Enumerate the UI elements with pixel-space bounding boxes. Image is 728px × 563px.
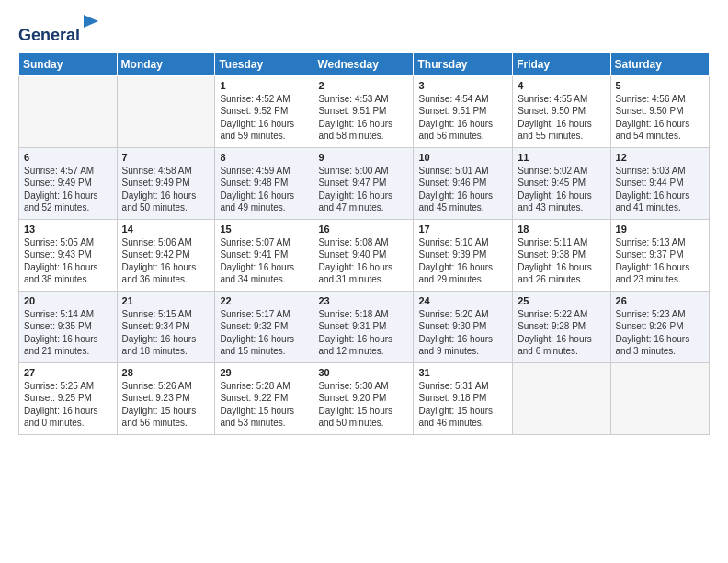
day-info: Sunrise: 5:03 AM Sunset: 9:44 PM Dayligh… [616,165,704,214]
day-info: Sunrise: 5:11 AM Sunset: 9:38 PM Dayligh… [518,236,605,286]
calendar-cell: 18Sunrise: 5:11 AM Sunset: 9:38 PM Dayli… [513,219,610,291]
day-info: Sunrise: 5:22 AM Sunset: 9:28 PM Dayligh… [518,308,605,358]
day-info: Sunrise: 5:28 AM Sunset: 9:22 PM Dayligh… [220,380,308,430]
calendar-cell: 1Sunrise: 4:52 AM Sunset: 9:52 PM Daylig… [215,75,313,147]
header: General [18,15,710,43]
calendar-cell: 2Sunrise: 4:53 AM Sunset: 9:51 PM Daylig… [313,75,414,147]
calendar-cell: 25Sunrise: 5:22 AM Sunset: 9:28 PM Dayli… [513,291,610,362]
calendar-cell: 6Sunrise: 4:57 AM Sunset: 9:49 PM Daylig… [19,147,118,219]
calendar-cell: 13Sunrise: 5:05 AM Sunset: 9:43 PM Dayli… [19,219,118,291]
day-info: Sunrise: 5:06 AM Sunset: 9:42 PM Dayligh… [122,236,210,286]
calendar-cell: 31Sunrise: 5:31 AM Sunset: 9:18 PM Dayli… [414,362,513,434]
day-info: Sunrise: 5:14 AM Sunset: 9:35 PM Dayligh… [24,308,112,358]
calendar-cell: 7Sunrise: 4:58 AM Sunset: 9:49 PM Daylig… [117,147,215,219]
day-info: Sunrise: 4:59 AM Sunset: 9:48 PM Dayligh… [220,165,308,214]
day-number: 24 [418,295,507,306]
day-number: 9 [318,152,408,163]
calendar-cell: 17Sunrise: 5:10 AM Sunset: 9:39 PM Dayli… [414,219,513,291]
day-info: Sunrise: 5:00 AM Sunset: 9:47 PM Dayligh… [318,165,408,214]
day-info: Sunrise: 4:52 AM Sunset: 9:52 PM Dayligh… [220,93,308,143]
day-info: Sunrise: 4:53 AM Sunset: 9:51 PM Dayligh… [318,93,408,143]
calendar-cell [610,362,709,434]
calendar-week-row: 27Sunrise: 5:25 AM Sunset: 9:25 PM Dayli… [19,362,710,434]
day-number: 18 [518,224,605,235]
calendar-cell: 8Sunrise: 4:59 AM Sunset: 9:48 PM Daylig… [215,147,313,219]
calendar-cell: 20Sunrise: 5:14 AM Sunset: 9:35 PM Dayli… [19,291,118,362]
svg-marker-0 [84,15,98,40]
day-info: Sunrise: 5:30 AM Sunset: 9:20 PM Dayligh… [318,380,408,430]
day-info: Sunrise: 5:08 AM Sunset: 9:40 PM Dayligh… [318,236,408,286]
day-number: 19 [616,224,704,235]
calendar-cell: 29Sunrise: 5:28 AM Sunset: 9:22 PM Dayli… [215,362,313,434]
day-info: Sunrise: 5:01 AM Sunset: 9:46 PM Dayligh… [418,165,507,214]
day-number: 12 [616,152,704,163]
day-number: 6 [24,152,112,163]
day-info: Sunrise: 5:25 AM Sunset: 9:25 PM Dayligh… [24,380,112,430]
day-number: 5 [616,80,704,91]
day-info: Sunrise: 5:20 AM Sunset: 9:30 PM Dayligh… [418,308,507,358]
calendar-cell: 15Sunrise: 5:07 AM Sunset: 9:41 PM Dayli… [215,219,313,291]
day-info: Sunrise: 5:07 AM Sunset: 9:41 PM Dayligh… [220,236,308,286]
calendar-week-row: 6Sunrise: 4:57 AM Sunset: 9:49 PM Daylig… [19,147,710,219]
calendar-cell [513,362,610,434]
day-number: 28 [122,367,210,378]
day-number: 8 [220,152,308,163]
day-number: 1 [220,80,308,91]
day-number: 15 [220,224,308,235]
day-number: 27 [24,367,112,378]
calendar-cell: 30Sunrise: 5:30 AM Sunset: 9:20 PM Dayli… [313,362,414,434]
day-number: 10 [418,152,507,163]
calendar-header-saturday: Saturday [610,52,709,75]
day-number: 30 [318,367,408,378]
calendar-cell [117,75,215,147]
page: General SundayMondayTuesdayWednesdayThur… [0,0,728,563]
calendar-header-friday: Friday [513,52,610,75]
day-number: 23 [318,295,408,306]
day-info: Sunrise: 5:13 AM Sunset: 9:37 PM Dayligh… [616,236,704,286]
calendar-week-row: 20Sunrise: 5:14 AM Sunset: 9:35 PM Dayli… [19,291,710,362]
day-info: Sunrise: 4:54 AM Sunset: 9:51 PM Dayligh… [418,93,507,143]
day-number: 31 [418,367,507,378]
day-info: Sunrise: 5:15 AM Sunset: 9:34 PM Dayligh… [122,308,210,358]
calendar-cell: 14Sunrise: 5:06 AM Sunset: 9:42 PM Dayli… [117,219,215,291]
day-number: 16 [318,224,408,235]
calendar-cell: 21Sunrise: 5:15 AM Sunset: 9:34 PM Dayli… [117,291,215,362]
day-number: 4 [518,80,605,91]
calendar-cell [19,75,118,147]
day-number: 17 [418,224,507,235]
day-number: 3 [418,80,507,91]
day-number: 26 [616,295,704,306]
logo-flag-icon [82,15,100,40]
day-info: Sunrise: 5:26 AM Sunset: 9:23 PM Dayligh… [122,380,210,430]
calendar-cell: 16Sunrise: 5:08 AM Sunset: 9:40 PM Dayli… [313,219,414,291]
calendar-table: SundayMondayTuesdayWednesdayThursdayFrid… [18,52,710,435]
calendar-cell: 19Sunrise: 5:13 AM Sunset: 9:37 PM Dayli… [610,219,709,291]
day-info: Sunrise: 5:02 AM Sunset: 9:45 PM Dayligh… [518,165,605,214]
calendar-header-thursday: Thursday [414,52,513,75]
day-number: 13 [24,224,112,235]
calendar-cell: 28Sunrise: 5:26 AM Sunset: 9:23 PM Dayli… [117,362,215,434]
day-number: 25 [518,295,605,306]
day-number: 22 [220,295,308,306]
day-info: Sunrise: 4:55 AM Sunset: 9:50 PM Dayligh… [518,93,605,143]
day-info: Sunrise: 5:10 AM Sunset: 9:39 PM Dayligh… [418,236,507,286]
day-number: 7 [122,152,210,163]
day-info: Sunrise: 5:05 AM Sunset: 9:43 PM Dayligh… [24,236,112,286]
calendar-cell: 24Sunrise: 5:20 AM Sunset: 9:30 PM Dayli… [414,291,513,362]
day-info: Sunrise: 4:58 AM Sunset: 9:49 PM Dayligh… [122,165,210,214]
calendar-header-monday: Monday [117,52,215,75]
calendar-header-sunday: Sunday [19,52,118,75]
logo-text: General [18,15,100,45]
calendar-cell: 4Sunrise: 4:55 AM Sunset: 9:50 PM Daylig… [513,75,610,147]
day-number: 11 [518,152,605,163]
calendar-cell: 23Sunrise: 5:18 AM Sunset: 9:31 PM Dayli… [313,291,414,362]
day-number: 2 [318,80,408,91]
calendar-cell: 10Sunrise: 5:01 AM Sunset: 9:46 PM Dayli… [414,147,513,219]
calendar-header-wednesday: Wednesday [313,52,414,75]
calendar-cell: 5Sunrise: 4:56 AM Sunset: 9:50 PM Daylig… [610,75,709,147]
calendar-body: 1Sunrise: 4:52 AM Sunset: 9:52 PM Daylig… [19,75,710,434]
calendar-cell: 12Sunrise: 5:03 AM Sunset: 9:44 PM Dayli… [610,147,709,219]
calendar-header-row: SundayMondayTuesdayWednesdayThursdayFrid… [19,52,710,75]
day-info: Sunrise: 5:23 AM Sunset: 9:26 PM Dayligh… [616,308,704,358]
day-number: 14 [122,224,210,235]
